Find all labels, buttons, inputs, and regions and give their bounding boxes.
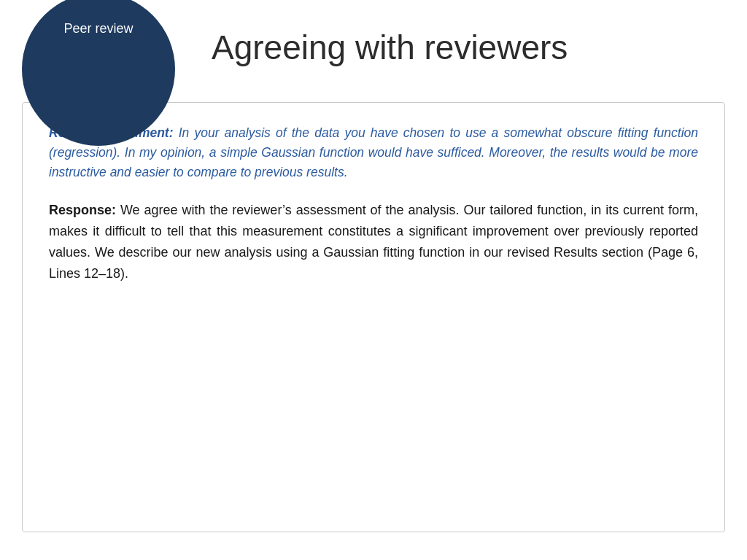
response-label: Response: xyxy=(49,203,116,217)
badge-label: Peer review xyxy=(63,20,133,37)
slide-container: Peer review Agreeing with reviewers Revi… xyxy=(0,0,747,560)
slide-title: Agreeing with reviewers xyxy=(212,28,568,67)
response-paragraph: Response: We agree with the reviewer’s a… xyxy=(49,200,698,284)
header: Peer review Agreeing with reviewers xyxy=(0,0,747,95)
reviewer-comment-paragraph: Reviewer Comment: In your analysis of th… xyxy=(49,123,698,182)
content-area: Reviewer Comment: In your analysis of th… xyxy=(22,102,725,532)
response-body: We agree with the reviewer’s assessment … xyxy=(49,203,698,280)
